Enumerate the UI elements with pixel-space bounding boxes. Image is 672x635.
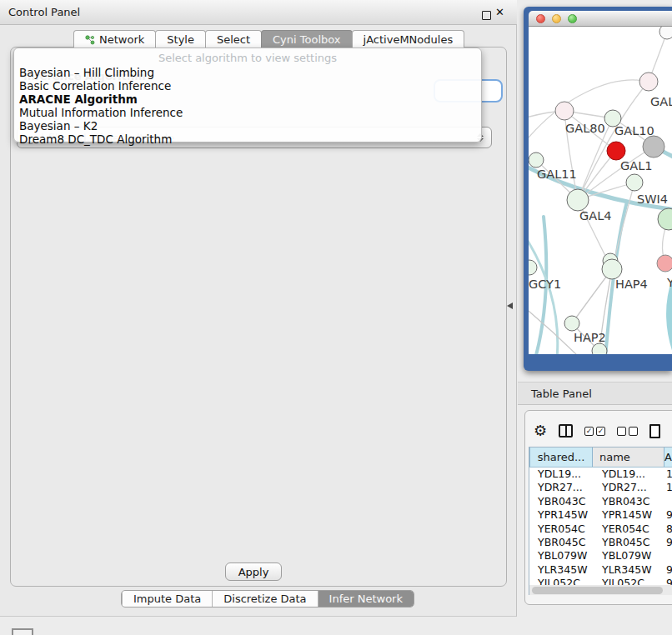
network-node-bottom-partial[interactable] [592, 343, 607, 354]
cell-shared-name: YDL19... [529, 468, 597, 481]
network-icon [85, 35, 95, 45]
table-column-header[interactable]: name [592, 448, 664, 467]
table-row[interactable]: YER054C YER054C 8. [529, 522, 672, 536]
bottom-tab[interactable]: Impute Data [122, 591, 212, 607]
zoom-traffic-light-icon[interactable] [568, 14, 577, 23]
table-hscrollbar-thumb[interactable] [532, 587, 663, 594]
tab[interactable]: Cyni Toolbox [261, 30, 353, 48]
cell-name: YBR045C [597, 536, 659, 549]
table-row[interactable]: YBR043C YBR043C [529, 495, 672, 508]
split-divider-arrow[interactable] [507, 302, 513, 309]
network-node-partial-top[interactable] [659, 27, 672, 39]
tab-label: Cyni Toolbox [273, 33, 341, 46]
tab[interactable]: Select [205, 30, 262, 48]
network-node-gal11[interactable] [529, 152, 544, 168]
panel-corner-button[interactable] [12, 628, 33, 635]
table-toolbar: ⚙ ✓ ✓ [534, 420, 672, 442]
close-icon[interactable]: ✕ [495, 6, 504, 18]
table-column-header[interactable]: shared... [529, 448, 592, 467]
cell-value [659, 495, 672, 508]
network-canvas[interactable]: GALGAL80GAL10GAL1GAL11SWI4GAL4GCY1HAP4YH… [529, 27, 672, 354]
network-node-hap4[interactable] [602, 259, 622, 279]
node-label: HAP2 [574, 331, 606, 344]
cell-shared-name: YDR27... [529, 481, 597, 494]
cell-name: YBR043C [597, 495, 659, 508]
bottom-tab[interactable]: Discretize Data [212, 591, 317, 607]
node-label: GAL11 [537, 168, 577, 181]
node-label: Y [666, 276, 672, 289]
table-row[interactable]: YDL19... YDL19... 13 [529, 468, 672, 481]
cell-value [659, 549, 672, 562]
table-panel-title: Table Panel [531, 388, 592, 400]
node-label: GCY1 [529, 278, 561, 291]
checked-box-icon: ✓ [584, 427, 594, 436]
tab[interactable]: jActiveMNodules [352, 30, 465, 48]
cell-shared-name: YLR345W [529, 563, 597, 577]
bottom-tab[interactable]: Infer Network [318, 591, 414, 607]
cell-name: YPR145W [597, 508, 659, 522]
network-node-gal4[interactable] [567, 189, 589, 211]
network-node-swi4-node[interactable] [626, 174, 643, 191]
table-row[interactable]: YPR145W YPR145W 9. [529, 508, 672, 522]
network-node-gal80[interactable] [555, 102, 574, 120]
control-panel-title: Control Panel [8, 6, 80, 18]
gear-icon[interactable]: ⚙ [534, 423, 547, 438]
cell-shared-name: YBL079W [529, 549, 597, 562]
deselect-all-columns-icon[interactable] [617, 427, 638, 436]
algorithm-dropdown-popup: Select algorithm to view settings Bayesi… [13, 48, 482, 142]
tab[interactable]: Network [73, 30, 156, 48]
cell-value: 9. [659, 563, 672, 577]
float-window-icon[interactable] [482, 11, 491, 20]
select-all-columns-icon[interactable]: ✓ ✓ [584, 427, 605, 436]
cell-value: 9. [659, 536, 672, 549]
algorithm-menu: Bayesian – Hill Climbing Basic Correlati… [19, 66, 476, 146]
network-node-right-green[interactable] [658, 208, 672, 230]
node-label: GAL80 [565, 122, 605, 135]
table-row[interactable]: YLR345W YLR345W 9. [529, 563, 672, 577]
network-node-hap2[interactable] [564, 316, 579, 331]
tab-label: jActiveMNodules [364, 33, 454, 46]
algorithm-menu-item[interactable]: Bayesian – K2 [19, 119, 476, 132]
table-header-row: shared... name A [529, 448, 672, 468]
tab-label: Style [167, 33, 194, 46]
table-column-header[interactable]: A [664, 448, 672, 467]
cell-value: 8. [659, 522, 672, 536]
algorithm-menu-item[interactable]: Dream8 DC_TDC Algorithm [19, 132, 476, 146]
unchecked-box-icon [629, 427, 638, 436]
cell-value: 9. [659, 508, 672, 522]
close-traffic-light-icon[interactable] [536, 14, 545, 23]
bottom-tabs: Impute Data Discretize Data Infer Networ… [121, 590, 414, 608]
tab-label: Select [217, 33, 250, 46]
network-node-gray-node[interactable] [643, 136, 664, 158]
checked-box-icon: ✓ [596, 427, 605, 436]
network-node-gcy1[interactable] [529, 260, 537, 275]
algorithm-menu-item[interactable]: Basic Correlation Inference [19, 79, 476, 92]
cell-name: YDL19... [597, 468, 659, 481]
tab[interactable]: Style [155, 30, 206, 48]
table-row[interactable]: YDR27... YDR27... 12 [529, 481, 672, 494]
network-node-gal-pink[interactable] [639, 72, 658, 91]
network-window-titlebar[interactable] [529, 11, 672, 27]
cell-shared-name: YPR145W [529, 508, 597, 522]
network-node-pink-bottom[interactable] [657, 255, 672, 272]
cell-value: 12 [659, 481, 672, 494]
node-label: GAL10 [614, 124, 654, 138]
table-row[interactable]: YBL079W YBL079W [529, 549, 672, 562]
algorithm-menu-item[interactable]: Bayesian – Hill Climbing [19, 66, 476, 79]
network-node-red-node[interactable] [607, 142, 625, 160]
control-panel-titlebar: Control Panel [0, 0, 517, 25]
split-columns-icon[interactable] [559, 424, 573, 438]
algorithm-menu-item[interactable]: ARACNE Algorithm [19, 92, 476, 106]
cell-shared-name: YBR043C [529, 495, 597, 508]
table-row[interactable]: YBR045C YBR045C 9. [529, 536, 672, 549]
minimize-traffic-light-icon[interactable] [552, 14, 561, 23]
node-label: SWI4 [637, 192, 668, 206]
apply-button[interactable]: Apply [225, 562, 282, 581]
cell-value: 13 [659, 468, 672, 481]
algorithm-menu-item[interactable]: Mutual Information Inference [19, 106, 476, 119]
cell-shared-name: YER054C [529, 522, 597, 536]
network-edge[interactable] [529, 237, 558, 354]
cell-name: YBL079W [597, 549, 659, 562]
document-icon[interactable] [649, 424, 660, 438]
node-label: HAP4 [615, 278, 648, 291]
